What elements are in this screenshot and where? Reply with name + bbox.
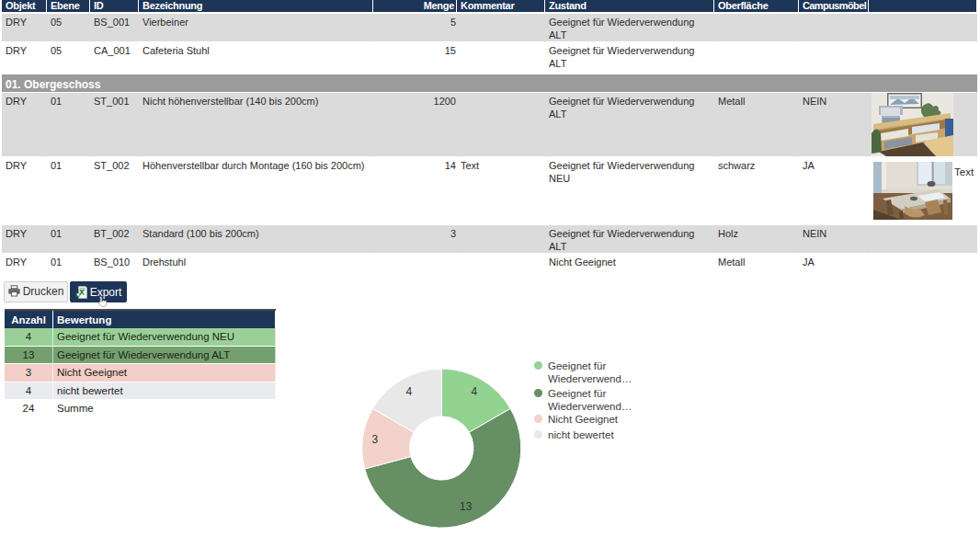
svg-text:3: 3 bbox=[372, 433, 379, 446]
svg-text:4: 4 bbox=[405, 385, 412, 398]
svg-text:13: 13 bbox=[460, 500, 473, 513]
svg-text:4: 4 bbox=[471, 385, 477, 398]
